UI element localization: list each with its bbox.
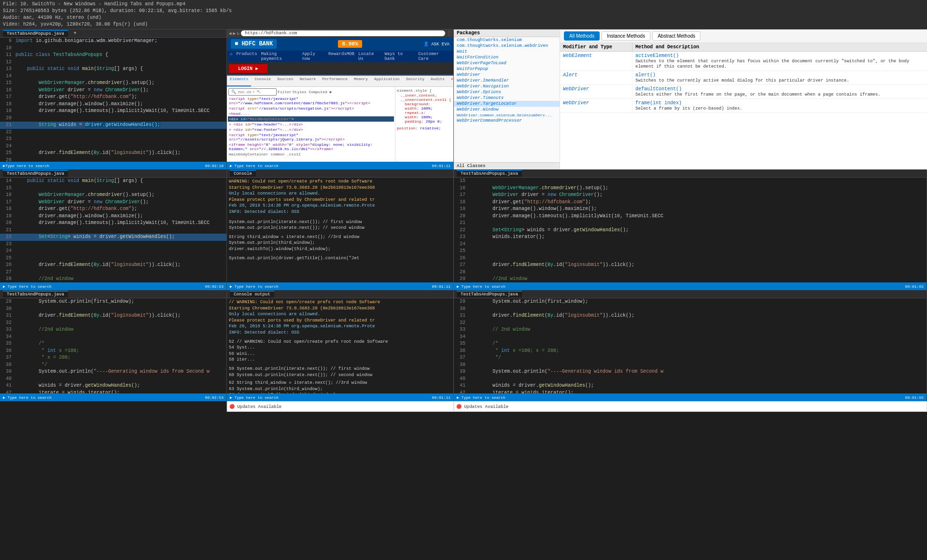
code-line-10: 10 (0, 45, 226, 52)
dt-tab-sources[interactable]: Sources (274, 76, 296, 86)
code-line-24: 24 (0, 143, 226, 150)
dom-node-selected[interactable]: <div id="MainBodyContainer"> (228, 116, 394, 122)
browser-status-timer: 00:01:11 (432, 164, 450, 168)
r-line-16: 16 WebDriverManager.chromedriver().setup… (454, 185, 927, 192)
reload-btn[interactable]: ↻ (237, 31, 239, 36)
login-box[interactable]: LOGIN ▶ (229, 64, 267, 73)
nav-home[interactable]: ⌂ (230, 52, 232, 61)
nav-care[interactable]: Customer Care (418, 52, 450, 61)
right-mid-header: TestTabsAndPopups.java (454, 169, 927, 178)
console-out-3: String third_window = iterate.next(); //… (229, 234, 451, 240)
dt-tab-security[interactable]: Security (403, 76, 427, 86)
dt-tab-close[interactable]: × (448, 76, 453, 86)
right-mid-tab[interactable]: TestTabsAndPopups.java (457, 170, 522, 177)
b-line-36: 36 * int x =100; (0, 348, 226, 355)
b-line-34: 34 (0, 334, 226, 341)
method-link-4[interactable]: frame(int index) (635, 100, 682, 106)
dt-tab-audits[interactable]: Audits (428, 76, 448, 86)
back-btn[interactable]: ◀ (229, 31, 231, 36)
dt-tab-perf[interactable]: Performance (319, 76, 351, 86)
nav-products[interactable]: Products (236, 52, 257, 61)
pkg-item-waitcond[interactable]: WaitForCondition (454, 55, 560, 60)
pkg-item-target[interactable]: WebDriver.TargetLocator (454, 101, 560, 107)
method-link-2[interactable]: alert() (635, 72, 656, 78)
dt-tab-app[interactable]: Application (371, 76, 403, 86)
dom-node-8: mainbodyContainer common .css11 (228, 152, 394, 157)
code-line-14: 14 (0, 73, 226, 80)
abstract-methods-btn[interactable]: Abstract Methods (652, 31, 701, 41)
right-mid-status: ▶ Type here to search 00:01:02 (454, 282, 927, 290)
right-bot-tab[interactable]: TestTabsAndPopups.java (457, 291, 522, 297)
console-spacer (229, 215, 451, 219)
left-mid-tab[interactable]: TestTabsAndPopups.java (3, 170, 68, 177)
console-timer: 00:01:11 (432, 284, 450, 289)
dt-tab-mem[interactable]: Memory (351, 76, 371, 86)
dt-tab-elements[interactable]: Elements (227, 76, 251, 86)
mid-line-24: 24 (0, 248, 226, 255)
method-filter-bar: All Methods Instance Methods Abstract Me… (560, 29, 927, 43)
all-classes-btn[interactable]: All Classes (454, 162, 560, 169)
method-link-3[interactable]: defaultContent() (635, 86, 682, 92)
pkg-item-webdriver[interactable]: WebDriver (454, 72, 560, 78)
pkg-item-nav[interactable]: WebDriver.Navigation (454, 84, 560, 89)
col-method: Method and Description (632, 43, 927, 51)
url-display: https://hdfcbank.com (245, 31, 297, 36)
right-bot-header: TestTabsAndPopups.java (454, 290, 927, 298)
pkg-item-webdriverpage[interactable]: WebDriverPageToLoad (454, 60, 560, 66)
console-out-5: driver.switchTo().window(third_window); (229, 246, 451, 252)
row4-method: frame(int index) Select a frame by its (… (632, 99, 927, 112)
javadoc-inner: Packages com.thoughtworks.selenium com.t… (454, 29, 927, 169)
nav-rewards[interactable]: RewardsMOB (328, 52, 354, 61)
console-out-1: System.out.println(iterate.next()); // f… (229, 219, 451, 225)
console-bot-tab[interactable]: Console output (230, 291, 274, 297)
dt-search-bar: Filter Styles Computed ▶ (228, 88, 394, 96)
left-mid-status: ▶ Type here to search 00:02:53 (0, 282, 226, 290)
nav-apply[interactable]: Apply now (302, 52, 324, 61)
all-methods-btn[interactable]: All Methods (564, 31, 600, 41)
console-out-2: System.out.println(iterate.next()); // s… (229, 225, 451, 231)
css-position: position: relative; (396, 126, 452, 131)
b-line-41: 41 winids = driver.getWindowHandles(); (0, 382, 226, 390)
r-line-15: 15 (454, 178, 927, 185)
right-bot-status: ▶ Type here to search 00:01:02 (454, 393, 927, 401)
cb-warn-3: Please protect ports used by ChromeDrive… (229, 318, 451, 324)
console-tab[interactable]: Console (230, 170, 256, 177)
left-bot-tab[interactable]: TestTabsAndPopups.java (3, 291, 68, 297)
pkg-item-waitpopup[interactable]: WaitForPopup (454, 66, 560, 72)
api-row-2: Alert alert() Switches to the currently … (560, 71, 927, 85)
api-row-1: WebElement activeElement() Switches to t… (560, 52, 927, 71)
instance-methods-btn[interactable]: Instance Methods (602, 31, 650, 41)
cb-warn-1: // WARNING: Could not open/create prefs … (229, 299, 451, 306)
dt-search-input[interactable] (228, 88, 277, 96)
notif-right: 🔴 Updates Available (454, 401, 927, 412)
nav-payments[interactable]: Making payments (261, 52, 298, 61)
all-classes-label: All Classes (457, 164, 485, 168)
method-link-1[interactable]: activeElement() (635, 53, 679, 58)
pkg-item-selenium-serv[interactable]: WebDriver.common.selenium.SeleniumServ..… (454, 112, 560, 118)
row3-modifier: WebDriver (560, 85, 632, 98)
pkg-item-cmdproc[interactable]: WebDriverCommandProcessor (454, 118, 560, 124)
nav-locate[interactable]: Locate Us (358, 52, 380, 61)
pkg-item-wait[interactable]: Wait (454, 49, 560, 55)
pkg-item-window[interactable]: WebDriver.Window (454, 107, 560, 112)
dt-tab-network[interactable]: Network (297, 76, 319, 86)
left-tab-active[interactable]: TestTabsAndPopups.java (3, 30, 68, 37)
nav-ways[interactable]: Ways to bank (384, 52, 414, 61)
pkg-item-opts[interactable]: WebDriver.Options (454, 89, 560, 95)
console-panel-mid: Console WARNING: Could not open/create p… (227, 169, 454, 290)
b-line-30: 30 (0, 306, 226, 313)
left-tab-inactive[interactable]: ▼ (70, 30, 80, 36)
browser-menu-icon[interactable]: ⋮ (447, 30, 451, 36)
url-bar[interactable]: https://hdfcbank.com (241, 30, 445, 36)
row2-modifier: Alert (560, 71, 632, 84)
dt-tab-console[interactable]: Console (252, 76, 274, 86)
left-mid-timer: 00:02:53 (205, 284, 224, 289)
mid-line-20: 20 driver.manage().timeouts().implicitly… (0, 220, 226, 227)
fwd-btn[interactable]: ▶ (233, 31, 235, 36)
pkg-item-timeouts[interactable]: WebDriver.Timeouts (454, 95, 560, 101)
right-mid-status-text: ▶ Type here to search (457, 284, 506, 289)
pkg-item-2[interactable]: com.thoughtworks.selenium.webdriven (454, 43, 560, 49)
mid-line-22: 22 Set<String> winids = driver.getWindow… (0, 234, 226, 241)
pkg-item-ime[interactable]: WebDriver.ImeHandler (454, 78, 560, 84)
pkg-item-1[interactable]: com.thoughtworks.selenium (454, 37, 560, 43)
